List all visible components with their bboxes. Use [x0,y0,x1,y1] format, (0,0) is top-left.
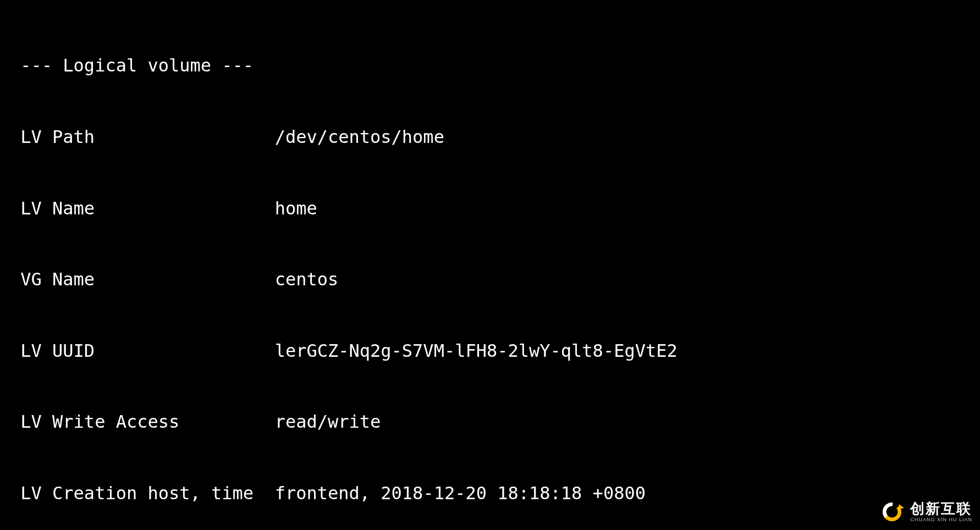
terminal-output[interactable]: --- Logical volume --- LV Path/dev/cento… [0,0,980,530]
lv-val: lerGCZ-Nq2g-S7VM-lFH8-2lwY-qlt8-EgVtE2 [275,340,678,361]
watermark-text: 创新互联 [910,501,972,516]
lv-row: VG Namecentos [10,268,970,291]
lv-row: LV Path/dev/centos/home [10,125,970,149]
watermark-subtext: CHUANG XIN HU LIAN [910,517,972,522]
lv-key: LV Name [20,197,274,220]
watermark: 创新互联 CHUANG XIN HU LIAN [879,499,972,525]
lv-val: read/write [275,411,381,432]
lv-header-row: --- Logical volume --- [10,54,970,78]
lv-key: VG Name [20,268,274,291]
lv-val: centos [275,269,339,290]
lv-header: --- Logical volume --- [20,55,254,76]
lv-val: frontend, 2018-12-20 18:18:18 +0800 [275,483,646,504]
lv-key: LV UUID [20,339,274,363]
lv-key: LV Creation host, time [20,482,274,505]
lv-val: /dev/centos/home [275,126,444,147]
lv-row: LV Namehome [10,197,970,220]
lv-val: home [275,198,317,219]
lv-key: LV Write Access [20,410,274,434]
lv-key: LV Path [20,125,274,149]
watermark-logo-icon [879,499,905,525]
lv-row: LV Creation host, timefrontend, 2018-12-… [10,482,970,505]
lv-row: LV Write Accessread/write [10,410,970,434]
svg-marker-1 [899,504,905,509]
lv-row: LV UUIDlerGCZ-Nq2g-S7VM-lFH8-2lwY-qlt8-E… [10,339,970,363]
